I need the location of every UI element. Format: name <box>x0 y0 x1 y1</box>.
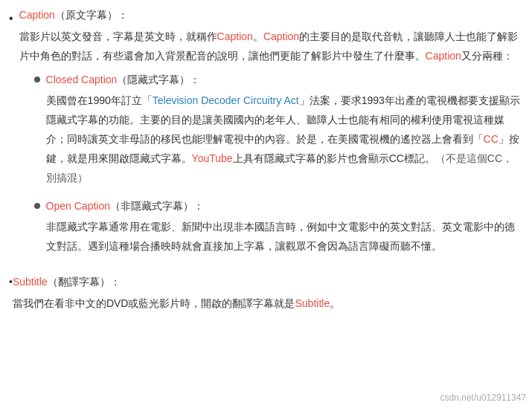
subtitle-heading: Subtitle（翻譯字幕）： <box>13 273 340 291</box>
bullet-icon-caption: • <box>9 8 13 30</box>
cc-keyword: CC <box>484 133 499 145</box>
caption-body: 當影片以英文發音，字幕是英文時，就稱作Caption。Caption的主要目的是… <box>19 28 523 66</box>
subtitle-section: • Subtitle（翻譯字幕）： 當我們在看非中文的DVD或藍光影片時，開啟的… <box>9 273 523 314</box>
caption-heading: Caption（原文字幕）： <box>19 6 523 25</box>
open-caption-heading: Open Caption（非隱藏式字幕）： <box>46 197 523 216</box>
youtube-keyword: YouTube <box>192 152 233 164</box>
caption-keyword: Caption <box>19 9 55 21</box>
subtitle-keyword: Subtitle <box>13 276 48 288</box>
caption-body-keyword3: Caption <box>426 50 461 62</box>
subtitle-body-keyword: Subtitle <box>295 297 330 309</box>
caption-sub-list: Closed Caption（隱藏式字幕）： 美國曾在1990年訂立「Telev… <box>34 71 523 259</box>
open-caption-content: Open Caption（非隱藏式字幕）： 非隱藏式字幕通常用在電影、新聞中出現… <box>46 197 523 259</box>
closed-caption-content: Closed Caption（隱藏式字幕）： 美國曾在1990年訂立「Telev… <box>46 71 523 191</box>
closed-caption-item: Closed Caption（隱藏式字幕）： 美國曾在1990年訂立「Telev… <box>34 71 523 191</box>
closed-caption-keyword: Closed Caption <box>46 74 118 85</box>
open-caption-keyword: Open Caption <box>46 200 110 212</box>
caption-body-keyword2: Caption <box>263 30 299 42</box>
subtitle-bullet: • Subtitle（翻譯字幕）： 當我們在看非中文的DVD或藍光影片時，開啟的… <box>9 273 523 314</box>
closed-caption-heading: Closed Caption（隱藏式字幕）： <box>46 71 523 89</box>
subtitle-body: 當我們在看非中文的DVD或藍光影片時，開啟的翻譯字幕就是Subtitle。 <box>13 294 340 314</box>
caption-section: • Caption（原文字幕）： 當影片以英文發音，字幕是英文時，就稱作Capt… <box>9 6 523 265</box>
bullet-icon-open <box>34 203 40 209</box>
tv-act-link: Television Decoder Circuitry Act <box>153 94 299 106</box>
caption-body-keyword1: Caption <box>217 30 253 42</box>
closed-caption-body: 美國曾在1990年訂立「Television Decoder Circuitry… <box>46 91 523 187</box>
caption-content: Caption（原文字幕）： 當影片以英文發音，字幕是英文時，就稱作Captio… <box>19 6 523 265</box>
caption-bullet: • Caption（原文字幕）： 當影片以英文發音，字幕是英文時，就稱作Capt… <box>9 6 523 265</box>
watermark: csdn.net/u012911347 <box>440 390 526 407</box>
open-caption-item: Open Caption（非隱藏式字幕）： 非隱藏式字幕通常用在電影、新聞中出現… <box>34 197 523 259</box>
subtitle-content: Subtitle（翻譯字幕）： 當我們在看非中文的DVD或藍光影片時，開啟的翻譯… <box>13 273 340 314</box>
open-caption-body: 非隱藏式字幕通常用在電影、新聞中出現非本國語言時，例如中文電影中的英文對話、英文… <box>46 218 523 256</box>
paren-note: （不是這個CC，別搞混） <box>46 152 513 184</box>
bullet-icon-closed <box>34 77 40 83</box>
